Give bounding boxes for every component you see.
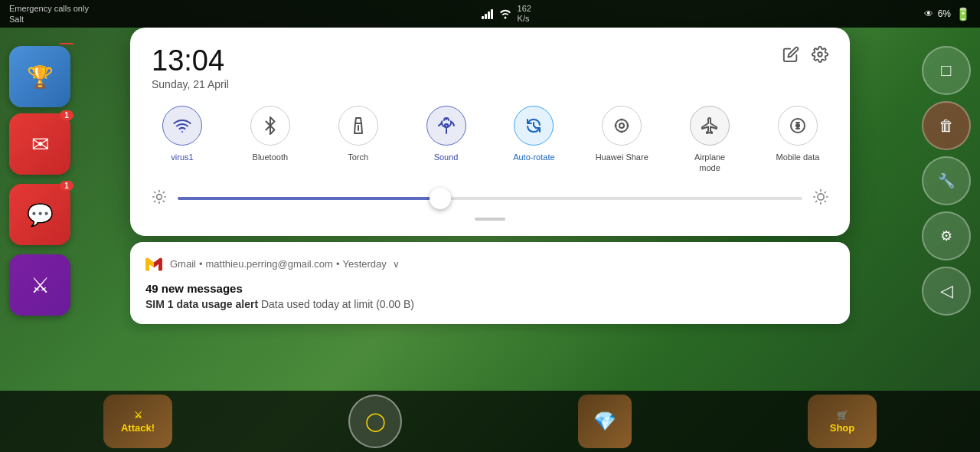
notif-meta: Gmail • matthieu.perring@gmail.com • Yes… bbox=[170, 258, 400, 270]
game-btn-square[interactable]: □ bbox=[922, 46, 971, 95]
notif-time: Yesterday bbox=[342, 258, 386, 270]
expand-icon[interactable]: ∨ bbox=[393, 259, 400, 270]
game-btn-delete[interactable]: 🗑 bbox=[922, 101, 971, 150]
bluetooth-toggle-icon bbox=[250, 106, 290, 146]
emergency-text: Emergency calls only bbox=[9, 3, 89, 14]
bluetooth-label: Bluetooth bbox=[253, 152, 288, 162]
svg-line-16 bbox=[155, 192, 155, 192]
brightness-high-icon bbox=[813, 189, 828, 208]
notif-app: Gmail bbox=[170, 258, 196, 270]
circle-btn[interactable]: ◯ bbox=[348, 395, 402, 448]
autorotate-label: Auto-rotate bbox=[513, 152, 554, 162]
game-bottom-bar: ⚔ Attack! ◯ 💎 🛒 Shop bbox=[0, 391, 980, 452]
wifi-status-icon bbox=[499, 8, 511, 19]
status-bar-left: Emergency calls only Salt bbox=[9, 3, 89, 25]
brightness-slider[interactable] bbox=[178, 197, 802, 200]
notif-body: SIM 1 data usage alert Data used today a… bbox=[145, 298, 835, 310]
toggle-bluetooth[interactable]: Bluetooth bbox=[240, 106, 301, 162]
carrier-text: Salt bbox=[9, 14, 89, 25]
gmail-icon bbox=[145, 256, 162, 273]
mobiledata-label: Mobile data bbox=[776, 152, 819, 162]
shop-label: Shop bbox=[830, 422, 855, 434]
status-bar-right: 👁 6% 🔋 bbox=[924, 7, 971, 21]
game-ui-right: □ 🗑 🔧 ⚙ ◁ bbox=[922, 46, 971, 316]
game-btn-settings[interactable]: ⚙ bbox=[922, 211, 971, 260]
signal-icon bbox=[482, 8, 493, 19]
qs-time-date: 13:04 Sunday, 21 April bbox=[152, 46, 229, 90]
wifi-label: virus1 bbox=[171, 152, 193, 162]
svg-line-29 bbox=[816, 201, 817, 201]
huaweishare-toggle-icon bbox=[602, 106, 642, 146]
attack-label: Attack! bbox=[121, 422, 155, 434]
svg-point-22 bbox=[818, 193, 824, 199]
edit-icon[interactable] bbox=[782, 46, 799, 67]
brightness-thumb[interactable] bbox=[430, 188, 451, 209]
toggle-mobiledata[interactable]: Mobile data bbox=[767, 106, 828, 162]
gems-btn[interactable]: 💎 bbox=[578, 395, 632, 448]
attack-button[interactable]: ⚔ Attack! bbox=[103, 395, 172, 448]
svg-line-20 bbox=[155, 201, 155, 201]
notification-overlay: 13:04 Sunday, 21 April bbox=[130, 28, 850, 324]
toggle-autorotate[interactable]: Auto-rotate bbox=[503, 106, 564, 162]
toggle-huaweishare[interactable]: Huawei Share bbox=[591, 106, 652, 162]
notif-message-count: 49 new messages bbox=[145, 282, 835, 295]
svg-line-17 bbox=[163, 201, 164, 201]
svg-line-4 bbox=[534, 126, 536, 128]
svg-line-21 bbox=[163, 192, 164, 192]
game-btn-back[interactable]: ◁ bbox=[922, 267, 971, 316]
qs-header: 13:04 Sunday, 21 April bbox=[152, 46, 828, 90]
svg-point-5 bbox=[616, 120, 628, 132]
wifi-toggle-icon bbox=[162, 106, 202, 146]
shop-button[interactable]: 🛒 Shop bbox=[808, 395, 877, 448]
qs-date: Sunday, 21 April bbox=[152, 78, 229, 90]
network-speed: 162 K/s bbox=[518, 4, 531, 24]
sound-toggle-icon bbox=[426, 106, 466, 146]
brightness-row bbox=[152, 189, 828, 208]
status-bar-center: 162 K/s bbox=[89, 4, 924, 24]
status-bar: Emergency calls only Salt 162 K/s 👁 6% 🔋 bbox=[0, 0, 980, 28]
quick-settings-panel: 13:04 Sunday, 21 April bbox=[130, 28, 850, 236]
gmail-notification[interactable]: Gmail • matthieu.perring@gmail.com • Yes… bbox=[130, 242, 850, 324]
settings-icon[interactable] bbox=[812, 46, 828, 67]
notif-alert-detail: Data used today at limit (0.00 B) bbox=[261, 298, 414, 310]
game-ui-left: 🏆 ✉ 1 💬 1 ⚔ bbox=[9, 46, 70, 316]
notif-alert-title: SIM 1 data usage alert bbox=[145, 298, 258, 310]
toggle-airplane[interactable]: Airplane mode bbox=[679, 106, 740, 174]
svg-point-13 bbox=[157, 194, 162, 199]
brightness-low-icon bbox=[152, 189, 167, 208]
watch-icon: 👁 bbox=[924, 8, 933, 19]
battery-icon: 🔋 bbox=[956, 7, 971, 21]
trophy-badge[interactable]: 🏆 bbox=[9, 46, 70, 107]
mobiledata-toggle-icon bbox=[778, 106, 818, 146]
airplane-toggle-icon bbox=[690, 106, 730, 146]
svg-line-25 bbox=[816, 192, 817, 192]
notif-email: matthieu.perring@gmail.com bbox=[206, 258, 333, 270]
brightness-fill bbox=[178, 197, 440, 200]
svg-point-6 bbox=[619, 123, 624, 128]
svg-point-0 bbox=[818, 52, 822, 57]
chat-count: 1 bbox=[60, 181, 74, 191]
svg-line-26 bbox=[825, 201, 825, 201]
battery-percent: 6% bbox=[938, 8, 951, 19]
huaweishare-label: Huawei Share bbox=[596, 152, 648, 162]
sound-label: Sound bbox=[434, 152, 459, 162]
torch-toggle-icon bbox=[338, 106, 378, 146]
chat-badge[interactable]: 💬 1 bbox=[9, 184, 70, 245]
airplane-label: Airplane mode bbox=[694, 152, 725, 174]
autorotate-toggle-icon bbox=[514, 106, 554, 146]
mail-count: 1 bbox=[60, 110, 74, 120]
sword-badge[interactable]: ⚔ bbox=[9, 254, 70, 316]
mail-badge[interactable]: ✉ 1 bbox=[9, 113, 70, 175]
toggle-torch[interactable]: Torch bbox=[328, 106, 389, 162]
qs-time: 13:04 bbox=[152, 46, 229, 75]
trophy-count bbox=[60, 43, 74, 44]
game-btn-tool[interactable]: 🔧 bbox=[922, 156, 971, 205]
torch-label: Torch bbox=[348, 152, 368, 162]
svg-point-2 bbox=[445, 124, 448, 127]
toggle-wifi[interactable]: virus1 bbox=[152, 106, 213, 162]
toggle-sound[interactable]: Sound bbox=[416, 106, 477, 162]
notif-header: Gmail • matthieu.perring@gmail.com • Yes… bbox=[145, 256, 835, 273]
qs-header-icons bbox=[782, 46, 828, 67]
drag-handle bbox=[475, 218, 505, 221]
qs-toggles: virus1 Bluetooth bbox=[152, 106, 828, 174]
